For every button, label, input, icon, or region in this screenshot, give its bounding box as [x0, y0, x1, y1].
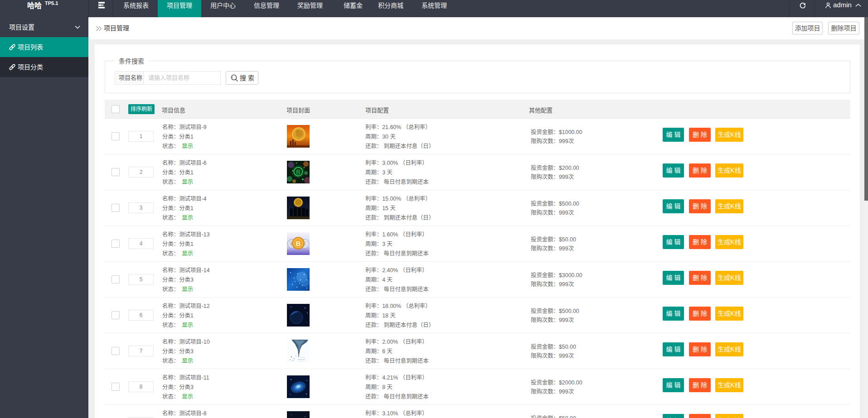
svg-text:B: B	[296, 168, 300, 176]
svg-text:B: B	[296, 240, 301, 247]
